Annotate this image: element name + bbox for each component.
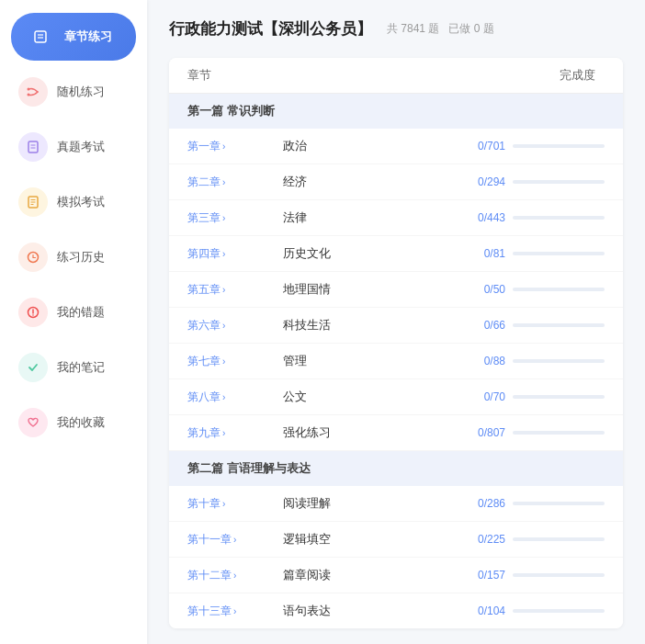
svg-rect-0 — [35, 31, 46, 42]
chevron-icon: › — [222, 177, 225, 187]
chapter-name-12: 篇章阅读 — [279, 567, 421, 583]
table-row[interactable]: 第六章 › 科技生活 0/66 — [169, 308, 623, 344]
history-icon — [18, 243, 48, 272]
chapter-link-11[interactable]: 第十一章 › — [187, 532, 279, 548]
progress-col-3: 0/443 — [421, 211, 605, 224]
chapter-link-10[interactable]: 第十章 › — [187, 496, 279, 512]
progress-col-12: 0/157 — [421, 569, 605, 582]
progress-text-1: 0/701 — [459, 140, 505, 153]
progress-bar-wrap-7 — [513, 359, 605, 363]
chevron-icon: › — [233, 606, 236, 616]
table-row[interactable]: 第三章 › 法律 0/443 — [169, 200, 623, 236]
chevron-icon: › — [222, 392, 225, 402]
chevron-icon: › — [222, 356, 225, 367]
svg-point-3 — [28, 88, 30, 91]
progress-text-9: 0/807 — [459, 426, 505, 439]
chapter-table: 章节 完成度 第一篇 常识判断 第一章 › 政治 0/701 第二章 — [169, 58, 623, 628]
sidebar-item-favorites[interactable]: 我的收藏 — [0, 397, 147, 448]
chapter-name-4: 历史文化 — [279, 245, 421, 262]
table-row[interactable]: 第四章 › 历史文化 0/81 — [169, 236, 623, 272]
progress-bar-wrap-5 — [513, 288, 605, 291]
chapter-link-3[interactable]: 第三章 › — [187, 210, 279, 226]
table-row[interactable]: 第十二章 › 篇章阅读 0/157 — [169, 558, 623, 593]
mistakes-icon — [18, 298, 48, 327]
section-header-1: 第一篇 常识判断 — [169, 94, 623, 129]
chapter-link-1[interactable]: 第一章 › — [187, 139, 279, 154]
chapter-name-10: 阅读理解 — [279, 495, 421, 512]
table-row[interactable]: 第十一章 › 逻辑填空 0/225 — [169, 522, 623, 558]
svg-point-4 — [28, 94, 30, 96]
table-row[interactable]: 第五章 › 地理国情 0/50 — [169, 272, 623, 308]
progress-bar-wrap-2 — [513, 180, 605, 184]
chevron-icon: › — [222, 428, 225, 438]
sidebar-item-random[interactable]: 随机练习 — [0, 66, 147, 118]
chapter-link-9[interactable]: 第九章 › — [187, 425, 279, 441]
sidebar-item-label-real: 真题考试 — [57, 139, 105, 155]
progress-text-8: 0/70 — [459, 390, 505, 403]
table-header: 章节 完成度 — [169, 58, 623, 94]
progress-bar-wrap-4 — [513, 252, 605, 255]
chapter-link-2[interactable]: 第二章 › — [187, 175, 279, 190]
chevron-icon: › — [233, 571, 236, 581]
sidebar-item-mistakes[interactable]: 我的错题 — [0, 287, 147, 338]
progress-bar-wrap-6 — [513, 323, 605, 327]
table-row[interactable]: 第十章 › 阅读理解 0/286 — [169, 486, 623, 522]
chevron-icon: › — [222, 285, 225, 295]
chapter-name-7: 管理 — [279, 353, 421, 369]
sidebar-item-mock[interactable]: 模拟考试 — [0, 176, 147, 228]
notes-icon — [18, 353, 48, 382]
chapter-link-4[interactable]: 第四章 › — [187, 246, 279, 262]
progress-text-4: 0/81 — [459, 247, 505, 260]
sidebar-item-label-mock: 模拟考试 — [57, 194, 105, 210]
sidebar-item-chapter[interactable]: 章节练习 — [11, 13, 136, 61]
chevron-icon: › — [222, 321, 225, 331]
chevron-icon: › — [222, 499, 225, 509]
chevron-icon: › — [233, 535, 236, 545]
sidebar-item-label-mistakes: 我的错题 — [57, 304, 105, 321]
progress-col-13: 0/104 — [421, 604, 605, 617]
table-row[interactable]: 第一章 › 政治 0/701 — [169, 129, 623, 164]
chapter-link-13[interactable]: 第十三章 › — [187, 604, 279, 619]
chapter-link-12[interactable]: 第十二章 › — [187, 568, 279, 583]
chevron-icon: › — [222, 249, 225, 259]
progress-bar-wrap-8 — [513, 395, 605, 399]
table-row[interactable]: 第九章 › 强化练习 0/807 — [169, 415, 623, 451]
favorites-icon — [18, 408, 48, 437]
sidebar-item-label-random: 随机练习 — [57, 84, 105, 100]
chapter-link-8[interactable]: 第八章 › — [187, 390, 279, 405]
chapter-name-13: 语句表达 — [279, 603, 421, 619]
table-row[interactable]: 第二章 › 经济 0/294 — [169, 164, 623, 200]
chapter-name-1: 政治 — [279, 138, 421, 154]
progress-text-3: 0/443 — [459, 211, 505, 224]
svg-point-15 — [32, 314, 34, 316]
table-row[interactable]: 第七章 › 管理 0/88 — [169, 344, 623, 379]
table-row[interactable]: 第十三章 › 语句表达 0/104 — [169, 593, 623, 628]
sidebar-item-notes[interactable]: 我的笔记 — [0, 342, 147, 393]
svg-rect-5 — [28, 141, 38, 153]
chapter-name-11: 逻辑填空 — [279, 531, 421, 548]
sidebar-item-history[interactable]: 练习历史 — [0, 232, 147, 283]
progress-col-11: 0/225 — [421, 533, 605, 546]
progress-bar-wrap-12 — [513, 573, 605, 577]
progress-text-11: 0/225 — [459, 533, 505, 546]
progress-text-13: 0/104 — [459, 604, 505, 617]
page-meta-total: 共 7841 题 已做 0 题 — [387, 21, 494, 37]
progress-text-6: 0/66 — [459, 319, 505, 332]
chapter-link-6[interactable]: 第六章 › — [187, 318, 279, 333]
chapter-link-7[interactable]: 第七章 › — [187, 354, 279, 369]
progress-col-7: 0/88 — [421, 355, 605, 367]
progress-bar-wrap-1 — [513, 144, 605, 148]
progress-bar-wrap-10 — [513, 502, 605, 505]
progress-text-12: 0/157 — [459, 569, 505, 582]
chapter-name-3: 法律 — [279, 209, 421, 226]
chapter-name-5: 地理国情 — [279, 281, 421, 298]
sidebar-item-label-chapter: 章节练习 — [64, 28, 112, 45]
col-progress-header: 完成度 — [421, 67, 605, 84]
table-row[interactable]: 第八章 › 公文 0/70 — [169, 379, 623, 415]
chapter-name-6: 科技生活 — [279, 317, 421, 333]
sidebar-item-real[interactable]: 真题考试 — [0, 121, 147, 173]
progress-bar-wrap-3 — [513, 216, 605, 220]
main-content: 行政能力测试【深圳公务员】 共 7841 题 已做 0 题 章节 完成度 第一篇… — [147, 0, 645, 644]
chapter-link-5[interactable]: 第五章 › — [187, 282, 279, 298]
real-icon — [18, 132, 48, 162]
